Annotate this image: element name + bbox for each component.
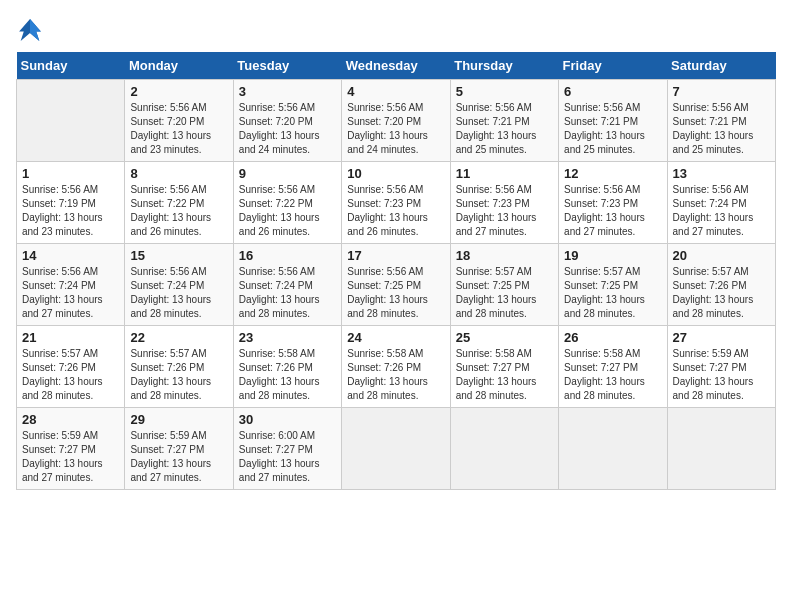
day-number: 4: [347, 84, 444, 99]
calendar-cell: 7Sunrise: 5:56 AMSunset: 7:21 PMDaylight…: [667, 80, 775, 162]
day-info: Sunrise: 5:56 AMSunset: 7:20 PMDaylight:…: [239, 101, 336, 157]
calendar-cell: 22Sunrise: 5:57 AMSunset: 7:26 PMDayligh…: [125, 326, 233, 408]
day-info: Sunrise: 5:56 AMSunset: 7:22 PMDaylight:…: [130, 183, 227, 239]
day-info: Sunrise: 5:59 AMSunset: 7:27 PMDaylight:…: [130, 429, 227, 485]
day-number: 28: [22, 412, 119, 427]
day-number: 19: [564, 248, 661, 263]
calendar-cell: 8Sunrise: 5:56 AMSunset: 7:22 PMDaylight…: [125, 162, 233, 244]
calendar-cell: [667, 408, 775, 490]
day-header-tuesday: Tuesday: [233, 52, 341, 80]
day-info: Sunrise: 5:59 AMSunset: 7:27 PMDaylight:…: [673, 347, 770, 403]
week-row-5: 28Sunrise: 5:59 AMSunset: 7:27 PMDayligh…: [17, 408, 776, 490]
day-info: Sunrise: 5:57 AMSunset: 7:26 PMDaylight:…: [22, 347, 119, 403]
day-info: Sunrise: 5:58 AMSunset: 7:26 PMDaylight:…: [239, 347, 336, 403]
calendar-cell: [559, 408, 667, 490]
week-row-3: 14Sunrise: 5:56 AMSunset: 7:24 PMDayligh…: [17, 244, 776, 326]
calendar-cell: 2Sunrise: 5:56 AMSunset: 7:20 PMDaylight…: [125, 80, 233, 162]
calendar-cell: 10Sunrise: 5:56 AMSunset: 7:23 PMDayligh…: [342, 162, 450, 244]
day-info: Sunrise: 5:56 AMSunset: 7:24 PMDaylight:…: [22, 265, 119, 321]
day-info: Sunrise: 5:57 AMSunset: 7:25 PMDaylight:…: [564, 265, 661, 321]
day-info: Sunrise: 5:57 AMSunset: 7:26 PMDaylight:…: [130, 347, 227, 403]
day-number: 8: [130, 166, 227, 181]
day-info: Sunrise: 5:56 AMSunset: 7:21 PMDaylight:…: [456, 101, 553, 157]
day-info: Sunrise: 5:56 AMSunset: 7:21 PMDaylight:…: [673, 101, 770, 157]
day-number: 15: [130, 248, 227, 263]
day-info: Sunrise: 5:56 AMSunset: 7:19 PMDaylight:…: [22, 183, 119, 239]
day-number: 9: [239, 166, 336, 181]
calendar-cell: 13Sunrise: 5:56 AMSunset: 7:24 PMDayligh…: [667, 162, 775, 244]
day-number: 3: [239, 84, 336, 99]
calendar-cell: 20Sunrise: 5:57 AMSunset: 7:26 PMDayligh…: [667, 244, 775, 326]
day-number: 25: [456, 330, 553, 345]
day-header-wednesday: Wednesday: [342, 52, 450, 80]
day-number: 29: [130, 412, 227, 427]
day-info: Sunrise: 5:58 AMSunset: 7:27 PMDaylight:…: [456, 347, 553, 403]
calendar-cell: [450, 408, 558, 490]
day-info: Sunrise: 5:56 AMSunset: 7:23 PMDaylight:…: [456, 183, 553, 239]
day-number: 20: [673, 248, 770, 263]
day-info: Sunrise: 5:56 AMSunset: 7:20 PMDaylight:…: [347, 101, 444, 157]
day-number: 7: [673, 84, 770, 99]
header-row: SundayMondayTuesdayWednesdayThursdayFrid…: [17, 52, 776, 80]
day-header-friday: Friday: [559, 52, 667, 80]
day-number: 5: [456, 84, 553, 99]
day-info: Sunrise: 5:57 AMSunset: 7:25 PMDaylight:…: [456, 265, 553, 321]
calendar-cell: 25Sunrise: 5:58 AMSunset: 7:27 PMDayligh…: [450, 326, 558, 408]
day-header-monday: Monday: [125, 52, 233, 80]
day-number: 16: [239, 248, 336, 263]
day-info: Sunrise: 5:56 AMSunset: 7:24 PMDaylight:…: [673, 183, 770, 239]
day-info: Sunrise: 5:57 AMSunset: 7:26 PMDaylight:…: [673, 265, 770, 321]
calendar-cell: 29Sunrise: 5:59 AMSunset: 7:27 PMDayligh…: [125, 408, 233, 490]
svg-marker-1: [30, 19, 41, 41]
calendar-cell: [342, 408, 450, 490]
day-number: 1: [22, 166, 119, 181]
week-row-4: 21Sunrise: 5:57 AMSunset: 7:26 PMDayligh…: [17, 326, 776, 408]
calendar-cell: 17Sunrise: 5:56 AMSunset: 7:25 PMDayligh…: [342, 244, 450, 326]
day-number: 23: [239, 330, 336, 345]
day-header-sunday: Sunday: [17, 52, 125, 80]
day-info: Sunrise: 5:56 AMSunset: 7:21 PMDaylight:…: [564, 101, 661, 157]
calendar-table: SundayMondayTuesdayWednesdayThursdayFrid…: [16, 52, 776, 490]
day-number: 12: [564, 166, 661, 181]
day-info: Sunrise: 5:56 AMSunset: 7:23 PMDaylight:…: [347, 183, 444, 239]
calendar-cell: 16Sunrise: 5:56 AMSunset: 7:24 PMDayligh…: [233, 244, 341, 326]
day-info: Sunrise: 5:56 AMSunset: 7:25 PMDaylight:…: [347, 265, 444, 321]
calendar-cell: 14Sunrise: 5:56 AMSunset: 7:24 PMDayligh…: [17, 244, 125, 326]
day-number: 30: [239, 412, 336, 427]
calendar-cell: 12Sunrise: 5:56 AMSunset: 7:23 PMDayligh…: [559, 162, 667, 244]
day-number: 14: [22, 248, 119, 263]
week-row-2: 1Sunrise: 5:56 AMSunset: 7:19 PMDaylight…: [17, 162, 776, 244]
day-number: 21: [22, 330, 119, 345]
calendar-cell: 28Sunrise: 5:59 AMSunset: 7:27 PMDayligh…: [17, 408, 125, 490]
calendar-cell: 5Sunrise: 5:56 AMSunset: 7:21 PMDaylight…: [450, 80, 558, 162]
calendar-cell: 24Sunrise: 5:58 AMSunset: 7:26 PMDayligh…: [342, 326, 450, 408]
calendar-cell: 11Sunrise: 5:56 AMSunset: 7:23 PMDayligh…: [450, 162, 558, 244]
calendar-cell: 3Sunrise: 5:56 AMSunset: 7:20 PMDaylight…: [233, 80, 341, 162]
calendar-cell: 23Sunrise: 5:58 AMSunset: 7:26 PMDayligh…: [233, 326, 341, 408]
week-row-1: 2Sunrise: 5:56 AMSunset: 7:20 PMDaylight…: [17, 80, 776, 162]
calendar-cell: 27Sunrise: 5:59 AMSunset: 7:27 PMDayligh…: [667, 326, 775, 408]
calendar-cell: 21Sunrise: 5:57 AMSunset: 7:26 PMDayligh…: [17, 326, 125, 408]
day-number: 18: [456, 248, 553, 263]
day-info: Sunrise: 5:59 AMSunset: 7:27 PMDaylight:…: [22, 429, 119, 485]
day-header-saturday: Saturday: [667, 52, 775, 80]
calendar-cell: 15Sunrise: 5:56 AMSunset: 7:24 PMDayligh…: [125, 244, 233, 326]
calendar-cell: 26Sunrise: 5:58 AMSunset: 7:27 PMDayligh…: [559, 326, 667, 408]
day-number: 27: [673, 330, 770, 345]
calendar-cell: 9Sunrise: 5:56 AMSunset: 7:22 PMDaylight…: [233, 162, 341, 244]
header: [16, 16, 776, 44]
day-info: Sunrise: 5:56 AMSunset: 7:22 PMDaylight:…: [239, 183, 336, 239]
day-number: 13: [673, 166, 770, 181]
calendar-cell: 4Sunrise: 5:56 AMSunset: 7:20 PMDaylight…: [342, 80, 450, 162]
day-info: Sunrise: 5:58 AMSunset: 7:27 PMDaylight:…: [564, 347, 661, 403]
day-number: 2: [130, 84, 227, 99]
day-info: Sunrise: 5:56 AMSunset: 7:20 PMDaylight:…: [130, 101, 227, 157]
day-number: 26: [564, 330, 661, 345]
day-info: Sunrise: 5:56 AMSunset: 7:24 PMDaylight:…: [130, 265, 227, 321]
day-info: Sunrise: 5:56 AMSunset: 7:23 PMDaylight:…: [564, 183, 661, 239]
day-info: Sunrise: 6:00 AMSunset: 7:27 PMDaylight:…: [239, 429, 336, 485]
day-number: 22: [130, 330, 227, 345]
day-number: 24: [347, 330, 444, 345]
calendar-cell: [17, 80, 125, 162]
day-number: 10: [347, 166, 444, 181]
